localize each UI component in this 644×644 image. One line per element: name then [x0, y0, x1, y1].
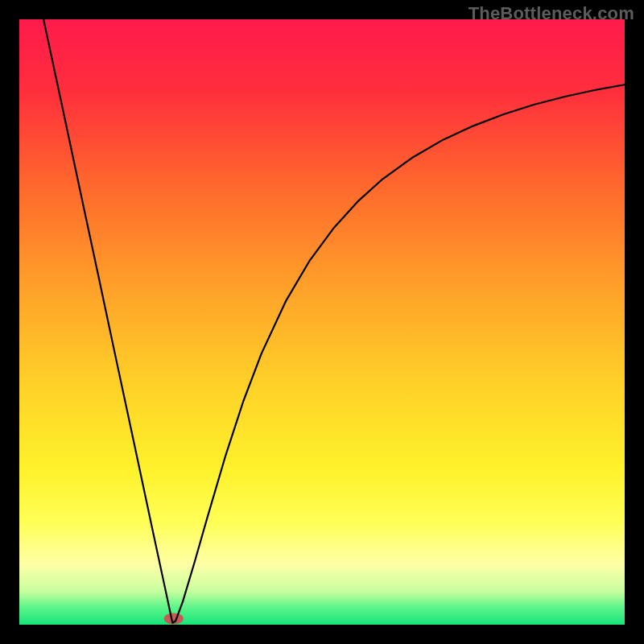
chart-svg [19, 19, 625, 625]
chart-frame [19, 19, 625, 625]
chart-background [19, 19, 625, 625]
